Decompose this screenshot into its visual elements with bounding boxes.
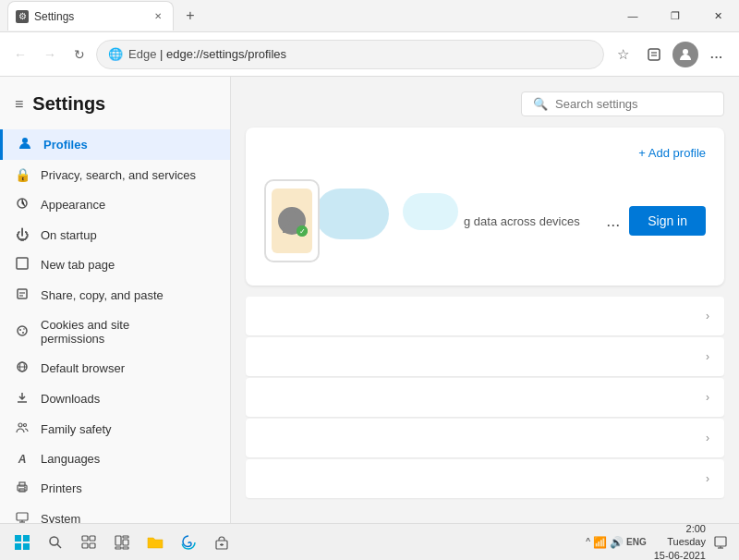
sidebar-title: Settings [32, 93, 105, 115]
address-field[interactable]: 🌐 Edge | edge://settings/profiles [96, 40, 604, 69]
more-button[interactable]: ... [702, 40, 732, 69]
svg-point-10 [18, 326, 27, 335]
sidebar-item-defaultbrowser[interactable]: Default browser [0, 353, 230, 383]
toolbar-icons: ☆ ... [608, 40, 732, 69]
startup-label: On startup [41, 228, 97, 242]
favorites-icon[interactable]: ☆ [608, 40, 637, 69]
svg-rect-40 [82, 543, 88, 548]
clock[interactable]: 2:00 Tuesday 15-06-2021 [654, 522, 706, 560]
maximize-button[interactable]: ❐ [654, 0, 697, 32]
system-icon [15, 511, 30, 523]
settings-tab[interactable]: ⚙ Settings ✕ [7, 1, 174, 30]
refresh-button[interactable]: ↻ [67, 42, 92, 67]
widgets-button[interactable] [107, 528, 137, 557]
avatar-circle: ✓ [278, 207, 306, 235]
sidebar-item-familysafety[interactable]: Family safety [0, 414, 230, 444]
list-items: › › › › › [246, 297, 724, 498]
profile-icon[interactable] [671, 40, 700, 69]
svg-point-18 [18, 423, 22, 427]
menu-icon[interactable]: ≡ [15, 96, 23, 113]
tray-chevron[interactable]: ^ [586, 537, 590, 547]
list-item[interactable]: › [246, 419, 724, 457]
list-item[interactable]: › [246, 297, 724, 335]
back-button[interactable]: ← [7, 42, 33, 67]
familysafety-icon [15, 421, 30, 437]
add-profile-button[interactable]: + Add profile [264, 146, 706, 160]
svg-point-36 [50, 537, 58, 545]
svg-point-11 [19, 329, 21, 331]
sidebar-item-sharecopy[interactable]: Share, copy, and paste [0, 280, 230, 310]
svg-rect-45 [115, 547, 121, 549]
chevron-icon: › [706, 350, 709, 363]
system-label: System [41, 512, 80, 523]
phone-image: ✓ [264, 179, 320, 262]
svg-rect-43 [123, 540, 128, 545]
profile-actions: ... Sign in [606, 206, 706, 236]
address-text: Edge | edge://settings/profiles [128, 47, 592, 61]
chevron-icon: › [706, 472, 709, 485]
chevron-icon: › [706, 391, 709, 404]
svg-rect-46 [123, 547, 128, 549]
taskbar-right: ^ 📶 🔊 ENG 2:00 Tuesday 15-06-2021 [586, 522, 732, 560]
sidebar-item-languages[interactable]: A Languages [0, 444, 230, 473]
clock-date: Tuesday 15-06-2021 [654, 535, 706, 560]
sync-text: g data across devices [464, 214, 580, 228]
sharecopy-icon [15, 287, 30, 303]
forward-button[interactable]: → [37, 42, 63, 67]
svg-point-4 [22, 138, 28, 143]
svg-point-23 [24, 487, 26, 489]
address-icon: 🌐 [108, 47, 123, 61]
newtab-label: New tab page [41, 258, 115, 272]
sidebar-item-system[interactable]: System [0, 504, 230, 523]
files-button[interactable] [140, 528, 170, 557]
minimize-button[interactable]: — [612, 0, 654, 32]
search-box[interactable]: 🔍 [521, 91, 724, 116]
chevron-icon: › [706, 432, 709, 444]
dots-menu-button[interactable]: ... [606, 212, 620, 231]
search-taskbar-button[interactable] [41, 528, 70, 557]
taskview-button[interactable] [74, 528, 103, 557]
search-input[interactable] [555, 97, 712, 111]
start-button[interactable] [7, 528, 37, 557]
sidebar-item-startup[interactable]: ⏻ On startup [0, 220, 230, 250]
store-button[interactable] [207, 528, 236, 557]
edge-taskbar-icon[interactable] [174, 528, 203, 557]
system-tray: ^ 📶 🔊 ENG [586, 536, 646, 549]
svg-rect-35 [23, 543, 30, 550]
close-button[interactable]: ✕ [697, 0, 739, 32]
sidebar-header: ≡ Settings [0, 86, 230, 129]
printers-icon [15, 481, 30, 496]
sidebar-item-privacy[interactable]: 🔒 Privacy, search, and services [0, 160, 230, 189]
phone-screen: ✓ [272, 189, 312, 253]
collections-icon[interactable] [639, 40, 669, 69]
profiles-icon [18, 137, 32, 152]
svg-point-12 [22, 332, 24, 334]
appearance-label: Appearance [41, 198, 105, 212]
downloads-label: Downloads [41, 392, 100, 406]
svg-rect-44 [123, 536, 128, 538]
tab-title: Settings [34, 10, 151, 23]
lang-icon[interactable]: ENG [626, 537, 647, 547]
sidebar-item-downloads[interactable]: Downloads [0, 383, 230, 414]
svg-rect-39 [90, 536, 95, 541]
signin-button[interactable]: Sign in [629, 206, 706, 236]
list-item[interactable]: › [246, 459, 724, 498]
profile-illustration: ✓ [264, 175, 449, 267]
address-bar: ← → ↻ 🌐 Edge | edge://settings/profiles … [0, 32, 739, 77]
sidebar-item-profiles[interactable]: Profiles [0, 129, 230, 160]
list-item[interactable]: › [246, 378, 724, 417]
new-tab-button[interactable]: + [177, 3, 203, 29]
tab-close-button[interactable]: ✕ [151, 9, 165, 24]
sidebar-item-newtab[interactable]: New tab page [0, 250, 230, 280]
sidebar: ≡ Settings Profiles 🔒 Privacy, search, a… [0, 77, 231, 523]
svg-rect-32 [15, 535, 21, 542]
svg-point-31 [286, 211, 297, 222]
content-header: 🔍 [246, 91, 724, 116]
list-item[interactable]: › [246, 337, 724, 376]
sidebar-item-cookies[interactable]: Cookies and sitepermissions [0, 310, 230, 353]
cookies-label: Cookies and sitepermissions [41, 318, 129, 346]
sidebar-item-printers[interactable]: Printers [0, 473, 230, 504]
notification-button[interactable] [709, 531, 732, 554]
sidebar-item-appearance[interactable]: Appearance [0, 189, 230, 220]
svg-point-13 [23, 328, 25, 330]
